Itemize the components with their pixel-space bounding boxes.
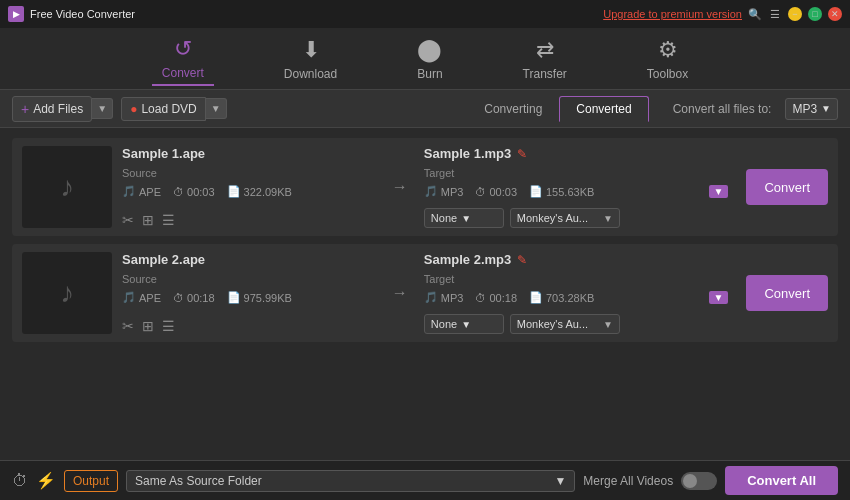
effect-value: None [431,212,457,224]
music-note-icon: ♪ [60,171,74,203]
bolt-icon[interactable]: ⚡ [36,471,56,490]
tab-converted[interactable]: Converted [559,96,648,122]
convert-all-button[interactable]: Convert All [725,466,838,495]
effect-arrow-icon: ▼ [461,213,471,224]
audio-source-value: Monkey's Au... [517,212,588,224]
effect-select[interactable]: None ▼ [424,208,504,228]
load-dvd-dropdown[interactable]: ▼ [206,98,227,119]
target-area: Sample 1.mp3 ✎ Target 🎵 MP3 ⏱ 00:03 📄 15… [424,146,729,228]
target-dropdown-row: None ▼ Monkey's Au... ▼ [424,208,729,228]
nav-toolbox[interactable]: ⚙ Toolbox [637,33,698,85]
plus-icon: + [21,101,29,117]
source-label: Source [122,167,376,179]
add-files-dropdown[interactable]: ▼ [92,98,113,119]
target-name-row: Sample 1.mp3 ✎ [424,146,729,161]
target-details: 🎵 MP3 ⏱ 00:03 📄 155.63KB ▼ [424,185,729,198]
arrow-right-icon: → [386,146,414,228]
settings-icon[interactable]: ☰ [162,318,175,334]
target-format-item: 🎵 MP3 [424,185,464,198]
add-files-group: + Add Files ▼ [12,96,113,122]
burn-nav-icon: ⬤ [417,37,442,63]
source-format-item: 🎵 APE [122,185,161,198]
file-thumbnail: ♪ [22,146,112,228]
load-dvd-group: ● Load DVD ▼ [121,97,227,121]
target-format: MP3 [441,186,464,198]
search-icon[interactable]: 🔍 [748,7,762,21]
nav-convert[interactable]: ↺ Convert [152,32,214,86]
convert-all-format-select[interactable]: MP3 ▼ [785,98,838,120]
settings-icon[interactable]: ☰ [162,212,175,228]
target-size-item: 📄 703.28KB [529,291,594,304]
upgrade-link[interactable]: Upgrade to premium version [603,8,742,20]
format-dropdown-arrow: ▼ [821,103,831,114]
app-title: Free Video Converter [30,8,135,20]
file-row: ♪ Sample 2.ape Source 🎵 APE ⏱ 00:18 📄 97… [12,244,838,342]
target-file-icon: 📄 [529,291,543,304]
merge-toggle[interactable] [681,472,717,490]
convert-button[interactable]: Convert [746,275,828,311]
nav-transfer[interactable]: ⇄ Transfer [513,33,577,85]
source-filename: Sample 1.ape [122,146,376,161]
clock-icon: ⏱ [173,186,184,198]
target-file-icon: 📄 [529,185,543,198]
add-files-label: Add Files [33,102,83,116]
clock-icon[interactable]: ⏱ [12,472,28,490]
target-format-icon: 🎵 [424,185,438,198]
source-details: 🎵 APE ⏱ 00:18 📄 975.99KB [122,291,376,304]
audio-source-select[interactable]: Monkey's Au... ▼ [510,208,620,228]
tabs-area: Converting Converted [467,96,648,122]
close-button[interactable]: ✕ [828,7,842,21]
load-dvd-button[interactable]: ● Load DVD [121,97,206,121]
audio-source-select[interactable]: Monkey's Au... ▼ [510,314,620,334]
source-duration: 00:18 [187,292,215,304]
crop-icon[interactable]: ⊞ [142,212,154,228]
title-bar-left: ▶ Free Video Converter [8,6,135,22]
target-duration-item: ⏱ 00:03 [475,185,517,198]
cut-icon[interactable]: ✂ [122,212,134,228]
source-size-item: 📄 975.99KB [227,291,292,304]
menu-icon[interactable]: ☰ [768,7,782,21]
effect-select[interactable]: None ▼ [424,314,504,334]
nav-bar: ↺ Convert ⬇ Download ⬤ Burn ⇄ Transfer ⚙… [0,28,850,90]
download-nav-icon: ⬇ [302,37,320,63]
nav-burn[interactable]: ⬤ Burn [407,33,452,85]
content-area: ♪ Sample 1.ape Source 🎵 APE ⏱ 00:03 📄 32… [0,128,850,460]
tab-converting[interactable]: Converting [467,96,559,122]
target-size-item: 📄 155.63KB [529,185,594,198]
edit-icon[interactable]: ✎ [517,253,527,267]
audio-source-arrow-icon: ▼ [603,319,613,330]
source-format: APE [139,186,161,198]
cut-icon[interactable]: ✂ [122,318,134,334]
add-files-button[interactable]: + Add Files [12,96,92,122]
arrow-right-icon: → [386,252,414,334]
source-duration-item: ⏱ 00:18 [173,291,215,304]
source-format-icon: 🎵 [122,291,136,304]
file-thumbnail: ♪ [22,252,112,334]
target-label: Target [424,167,729,179]
source-duration-item: ⏱ 00:03 [173,185,215,198]
target-clock-icon: ⏱ [475,186,486,198]
maximize-button[interactable]: □ [808,7,822,21]
nav-download[interactable]: ⬇ Download [274,33,347,85]
convert-nav-icon: ↺ [174,36,192,62]
music-note-icon: ♪ [60,277,74,309]
output-path[interactable]: Same As Source Folder ▼ [126,470,575,492]
output-button[interactable]: Output [64,470,118,492]
target-format-dropdown[interactable]: ▼ [709,291,729,304]
target-filename: Sample 1.mp3 [424,146,511,161]
edit-icon[interactable]: ✎ [517,147,527,161]
nav-toolbox-label: Toolbox [647,67,688,81]
output-path-label: Same As Source Folder [135,474,262,488]
minimize-button[interactable]: − [788,7,802,21]
crop-icon[interactable]: ⊞ [142,318,154,334]
file-actions: ✂ ⊞ ☰ [122,212,376,228]
app-icon: ▶ [8,6,24,22]
target-format-dropdown[interactable]: ▼ [709,185,729,198]
source-format-icon: 🎵 [122,185,136,198]
file-icon: 📄 [227,185,241,198]
file-actions: ✂ ⊞ ☰ [122,318,376,334]
source-size: 975.99KB [244,292,292,304]
transfer-nav-icon: ⇄ [536,37,554,63]
source-label: Source [122,273,376,285]
convert-button[interactable]: Convert [746,169,828,205]
